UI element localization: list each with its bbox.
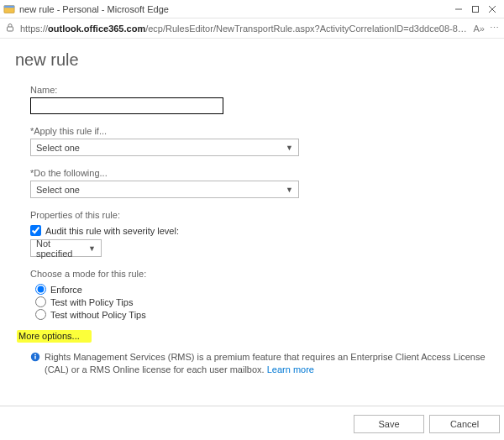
audit-checkbox[interactable] <box>30 225 41 236</box>
mode-test-with-row: Test with Policy Tips <box>35 296 489 307</box>
mode-test-without-row: Test without Policy Tips <box>35 309 489 320</box>
address-bar: https://outlook.office365.com/ecp/RulesE… <box>0 18 504 39</box>
apply-if-label: *Apply this rule if... <box>30 126 489 136</box>
edge-favicon <box>3 3 15 15</box>
minimize-button[interactable] <box>450 1 467 18</box>
severity-dropdown[interactable]: Not specified ▼ <box>30 239 102 257</box>
name-label: Name: <box>30 85 489 95</box>
chevron-down-icon: ▼ <box>286 186 293 194</box>
window-titlebar: new rule - Personal - Microsoft Edge <box>0 0 504 18</box>
footer-divider <box>0 406 504 406</box>
apply-if-field: *Apply this rule if... Select one ▼ <box>30 126 489 156</box>
mode-heading: Choose a mode for this rule: <box>30 269 489 279</box>
do-following-label: *Do the following... <box>30 168 489 178</box>
cancel-button[interactable]: Cancel <box>429 415 500 433</box>
info-icon <box>30 352 40 365</box>
mode-test-without-radio[interactable] <box>35 309 46 320</box>
svg-rect-6 <box>8 27 13 31</box>
save-button[interactable]: Save <box>354 415 424 433</box>
svg-rect-3 <box>473 6 479 12</box>
learn-more-link[interactable]: Learn more <box>267 364 314 375</box>
mode-enforce-radio[interactable] <box>35 284 46 295</box>
window-title: new rule - Personal - Microsoft Edge <box>19 4 450 14</box>
site-lock-icon[interactable] <box>5 23 15 34</box>
close-button[interactable] <box>484 1 501 18</box>
svg-rect-1 <box>4 5 14 8</box>
mode-enforce-label: Enforce <box>50 285 82 295</box>
rms-info-text: Rights Management Services (RMS) is a pr… <box>45 351 489 376</box>
audit-label: Audit this rule with severity level: <box>45 226 179 236</box>
footer-buttons: Save Cancel <box>354 415 500 433</box>
severity-value: Not specified <box>36 238 88 259</box>
do-following-field: *Do the following... Select one ▼ <box>30 168 489 198</box>
url-text[interactable]: https://outlook.office365.com/ecp/RulesE… <box>20 24 469 34</box>
addressbar-menu-icon[interactable]: ⋯ <box>490 23 499 34</box>
mode-test-with-radio[interactable] <box>35 296 46 307</box>
properties-heading: Properties of this rule: <box>30 210 489 220</box>
maximize-button[interactable] <box>467 1 484 18</box>
page-content: new rule Name: *Apply this rule if... Se… <box>0 39 504 440</box>
apply-if-value: Select one <box>36 143 80 153</box>
reading-aloud-badge[interactable]: A» <box>474 24 485 34</box>
name-field: Name: <box>30 85 489 114</box>
audit-row: Audit this rule with severity level: <box>30 225 489 236</box>
rms-info-body: Rights Management Services (RMS) is a pr… <box>45 352 486 375</box>
url-host: outlook.office365.com <box>48 24 145 34</box>
svg-point-9 <box>34 354 36 356</box>
do-following-value: Select one <box>36 185 80 195</box>
mode-test-with-label: Test with Policy Tips <box>50 297 133 307</box>
rms-info: Rights Management Services (RMS) is a pr… <box>30 351 489 376</box>
url-path: /ecp/RulesEditor/NewTransportRule.aspx?A… <box>145 24 468 34</box>
page-title: new rule <box>15 50 489 70</box>
do-following-dropdown[interactable]: Select one ▼ <box>30 181 299 198</box>
url-protocol: https:// <box>20 24 48 34</box>
mode-radio-group: Enforce Test with Policy Tips Test witho… <box>35 284 489 320</box>
apply-if-dropdown[interactable]: Select one ▼ <box>30 139 299 156</box>
rule-form: Name: *Apply this rule if... Select one … <box>30 85 489 376</box>
more-options-link[interactable]: More options... <box>17 330 92 343</box>
chevron-down-icon: ▼ <box>286 144 293 152</box>
chevron-down-icon: ▼ <box>88 244 96 253</box>
mode-test-without-label: Test without Policy Tips <box>50 310 146 320</box>
svg-rect-8 <box>34 356 35 359</box>
name-input[interactable] <box>30 97 223 114</box>
mode-enforce-row: Enforce <box>35 284 489 295</box>
